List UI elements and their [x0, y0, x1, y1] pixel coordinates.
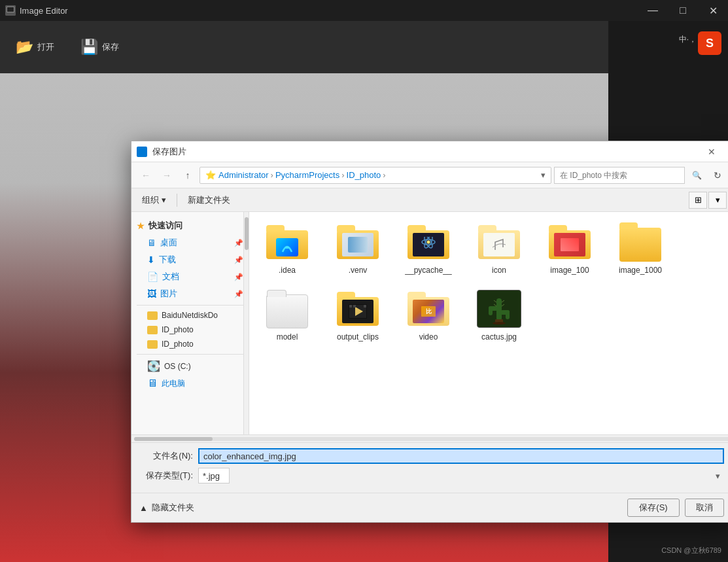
desktop-label: 桌面 [160, 237, 177, 249]
file-item-cactus[interactable]: cactus.jpg [466, 284, 532, 345]
files-grid: .idea .venv [254, 217, 727, 345]
idphoto1-label: ID_photo [162, 325, 194, 334]
sidebar-item-pictures[interactable]: 🖼 图片 📌 [131, 285, 249, 302]
dialog-titlebar: 保存图片 ✕ [131, 141, 728, 162]
pin-icon-desktop: 📌 [234, 239, 243, 247]
model-folder-icon [264, 288, 311, 330]
pin-icon-pictures: 📌 [234, 290, 243, 298]
refresh-button[interactable]: ↻ [708, 166, 727, 184]
folder-idphoto2-icon [147, 340, 158, 349]
dialog-sidebar: ★ 快速访问 🖥 桌面 📌 ⬇ 下载 📌 📄 文档 📌 🖼 图片 [131, 212, 249, 434]
window-controls: — □ ✕ [638, 0, 728, 21]
svg-point-19 [493, 322, 506, 325]
dialog-icon [137, 147, 147, 157]
breadcrumb-item-2[interactable]: PycharmProjects [275, 170, 339, 180]
file-item-image1000[interactable]: image_1000 [608, 217, 673, 279]
dialog-footer: ▲ 隐藏文件夹 保存(S) 取消 [131, 493, 728, 522]
filetype-label: 保存类型(T): [139, 470, 198, 482]
save-dialog: 保存图片 ✕ ← → ↑ ⭐ Administrator › PycharmPr… [131, 141, 728, 523]
csdn-text: 中·， [679, 34, 697, 45]
open-button[interactable]: 📂 打开 [10, 36, 60, 58]
close-button[interactable]: ✕ [698, 0, 728, 21]
scrollbar-thumb-h[interactable] [134, 437, 213, 441]
new-folder-label: 新建文件夹 [188, 194, 230, 206]
breadcrumb[interactable]: ⭐ Administrator › PycharmProjects › ID_p… [199, 167, 551, 184]
scrollbar-thumb[interactable] [245, 217, 249, 250]
computer-icon: 🖥 [147, 378, 158, 389]
sidebar-item-documents[interactable]: 📄 文档 📌 [131, 268, 249, 285]
sidebar-item-idphoto2[interactable]: ID_photo [131, 337, 249, 351]
file-item-image100[interactable]: image_100 [537, 217, 602, 279]
drive-icon: 💽 [147, 360, 160, 372]
dialog-cancel-button[interactable]: 取消 [685, 499, 724, 517]
dialog-title: 保存图片 [152, 146, 697, 158]
dialog-save-button[interactable]: 保存(S) [627, 499, 680, 517]
organize-button[interactable]: 组织 ▾ [137, 192, 171, 208]
search-button[interactable]: 🔍 [687, 166, 706, 184]
file-area: .idea .venv [249, 212, 728, 434]
save-label: 保存 [102, 41, 119, 53]
search-input[interactable] [554, 167, 685, 184]
dialog-toolbar: 组织 ▾ 新建文件夹 ⊞ ▾ [131, 188, 728, 212]
svg-rect-2 [7, 7, 14, 12]
icon-folder-icon [476, 221, 523, 263]
file-item-pycache[interactable]: __pycache__ [396, 217, 461, 279]
nav-up-button[interactable]: ↑ [179, 166, 197, 184]
sidebar-item-desktop[interactable]: 🖥 桌面 📌 [131, 234, 249, 251]
view-dropdown-button[interactable]: ▾ [708, 192, 727, 209]
svg-rect-10 [349, 305, 352, 307]
pictures-label: 图片 [160, 288, 177, 300]
dialog-action-buttons: 保存(S) 取消 [627, 499, 724, 517]
csdn-logo: S [698, 31, 721, 55]
documents-icon: 📄 [147, 272, 158, 282]
save-icon: 💾 [80, 39, 98, 56]
dialog-close-button[interactable]: ✕ [697, 141, 727, 162]
filename-label: 文件名(N): [139, 450, 198, 462]
image1000-folder-icon [617, 221, 664, 263]
new-folder-button[interactable]: 新建文件夹 [182, 192, 235, 208]
organize-label: 组织 ▾ [142, 194, 166, 206]
video-label: video [419, 332, 438, 342]
sidebar-divider-1 [137, 305, 243, 306]
star-icon: ★ [137, 221, 145, 231]
nav-back-button[interactable]: ← [137, 166, 155, 184]
downloads-icon: ⬇ [147, 255, 155, 265]
filename-input[interactable] [198, 448, 724, 464]
sidebar-item-downloads[interactable]: ⬇ 下载 📌 [131, 251, 249, 268]
toolbar-separator [177, 194, 177, 207]
nav-forward-button[interactable]: → [158, 166, 176, 184]
maximize-button[interactable]: □ [668, 0, 698, 21]
idea-label: .idea [279, 266, 296, 275]
save-button[interactable]: 💾 保存 [75, 36, 124, 58]
minimize-button[interactable]: — [638, 0, 668, 21]
image1000-label: image_1000 [619, 266, 662, 275]
file-item-idea[interactable]: .idea [254, 217, 320, 279]
breadcrumb-item-1[interactable]: Administrator [218, 170, 269, 180]
sidebar-item-baidu[interactable]: BaiduNetdiskDo [131, 308, 249, 323]
breadcrumb-item-3[interactable]: ID_photo [347, 170, 381, 180]
hide-folders-button[interactable]: ▲ 隐藏文件夹 [139, 502, 194, 514]
pycache-label: __pycache__ [405, 266, 451, 275]
pin-icon-documents: 📌 [234, 273, 243, 281]
hide-folders-label: 隐藏文件夹 [152, 502, 194, 514]
sidebar-item-idphoto1[interactable]: ID_photo [131, 323, 249, 337]
file-item-venv[interactable]: .venv [325, 217, 390, 279]
venv-folder-icon [334, 221, 381, 263]
file-item-model[interactable]: model [254, 284, 320, 345]
filetype-select[interactable]: *.jpg *.png *.bmp [198, 468, 230, 483]
sidebar-item-computer[interactable]: 🖥 此电脑 [131, 375, 249, 392]
sidebar-item-osdrive[interactable]: 💽 OS (C:) [131, 357, 249, 375]
baidu-label: BaiduNetdiskDo [162, 311, 218, 320]
file-item-video[interactable]: 比 video [396, 284, 461, 345]
view-controls: ⊞ ▾ [689, 192, 727, 209]
svg-rect-17 [506, 310, 510, 319]
idea-folder-icon [264, 221, 311, 263]
file-item-icon[interactable]: icon [466, 217, 532, 279]
idphoto2-label: ID_photo [162, 340, 194, 349]
view-mode-button[interactable]: ⊞ [689, 192, 707, 209]
horizontal-scrollbar[interactable] [131, 434, 728, 442]
svg-rect-15 [489, 306, 493, 315]
file-item-output-clips[interactable]: output_clips [325, 284, 390, 345]
cactus-image-icon [476, 288, 523, 330]
svg-line-21 [502, 300, 504, 302]
